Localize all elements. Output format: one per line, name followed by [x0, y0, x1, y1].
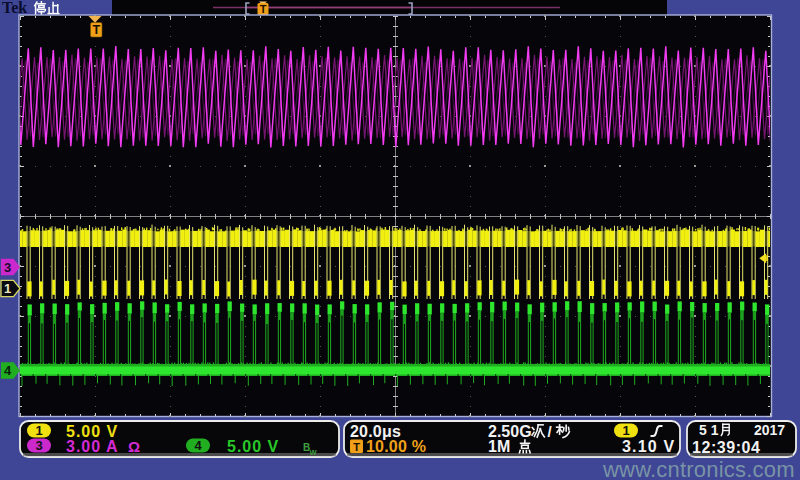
svg-text:1: 1	[4, 281, 11, 296]
svg-text:T: T	[353, 441, 360, 453]
svg-text:Ω: Ω	[128, 438, 140, 455]
svg-text:3.00 A: 3.00 A	[66, 438, 119, 455]
svg-text:1: 1	[622, 423, 629, 438]
svg-text:12:39:04: 12:39:04	[692, 439, 760, 456]
svg-text:Tek: Tek	[2, 0, 27, 16]
svg-text:5.00 V: 5.00 V	[227, 438, 279, 455]
svg-text:4: 4	[4, 363, 12, 378]
svg-text:3: 3	[35, 438, 42, 453]
svg-text:www.cntronics.com: www.cntronics.com	[602, 457, 795, 480]
svg-text:2017: 2017	[754, 422, 785, 438]
svg-text:W: W	[310, 448, 318, 457]
svg-text:5 1: 5 1	[699, 422, 719, 438]
svg-text:4: 4	[194, 438, 202, 453]
svg-text:3.10 V: 3.10 V	[622, 438, 675, 455]
svg-text:1: 1	[35, 423, 42, 438]
svg-text:1M: 1M	[488, 438, 510, 455]
svg-text:10.00 %: 10.00 %	[366, 438, 426, 455]
svg-text:T: T	[92, 23, 100, 37]
svg-text:T: T	[260, 3, 267, 15]
svg-text:3: 3	[4, 260, 11, 275]
